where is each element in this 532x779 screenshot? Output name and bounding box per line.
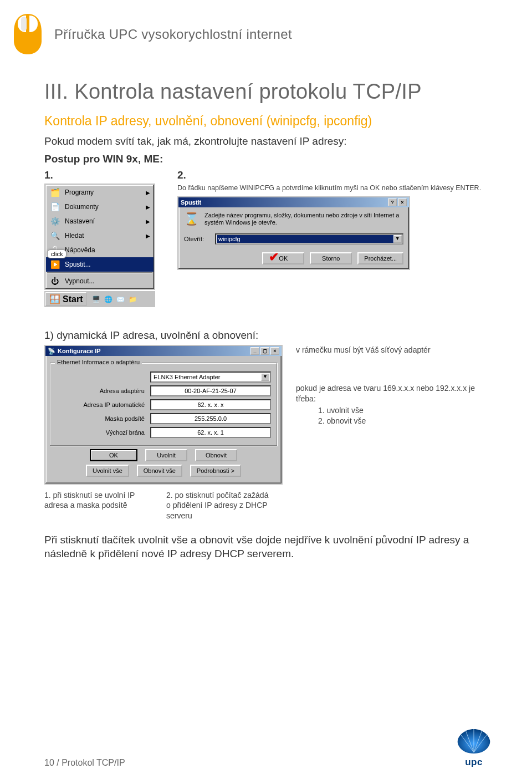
details-button[interactable]: Podrobnosti > <box>190 465 241 477</box>
start-menu-screenshot: 🗂️ Programy ▶ 📄 Dokumenty ▶ ⚙️ Nastavení… <box>44 184 155 307</box>
page-footer: 10 / Protokol TCP/IP <box>44 758 125 768</box>
run-description: Zadejte název programu, složky, dokument… <box>204 212 403 227</box>
note-adapter: v rámečku musí být Váš síťový adaptér <box>296 345 493 355</box>
label-mask: Maska podsítě <box>56 415 145 422</box>
close-button[interactable]: × <box>270 347 279 355</box>
adapter-input[interactable] <box>152 373 261 381</box>
mouse-icon <box>11 11 44 58</box>
menu-item-spustit[interactable]: ▶️ Spustit... <box>46 257 154 272</box>
guide-title: Příručka UPC vysokorychlostní internet <box>54 27 292 42</box>
note-step-1: 1. uvolnit vše <box>296 405 493 416</box>
run-dialog-icon: ⌛ <box>184 212 199 226</box>
ok-button[interactable]: OK <box>90 449 137 461</box>
value-mask: 255.255.0.0 <box>150 413 271 424</box>
ok-button[interactable]: ✔ OK <box>262 252 304 264</box>
intro-line-2: Postup pro WIN 9x, ME: <box>44 152 493 166</box>
menu-label: Hledat <box>65 232 84 240</box>
annotation-renew-all: 2. po stisknutí počítač zažádá o přiděle… <box>166 490 272 521</box>
ipconfig-icon: 📡 <box>48 348 55 355</box>
menu-label: Dokumenty <box>65 203 99 211</box>
menu-label: Programy <box>65 189 94 196</box>
taskbar: 🪟 Start 🖥️ 🌐 ✉️ 📁 <box>44 290 155 307</box>
menu-label: Vypnout... <box>65 277 95 285</box>
menu-label: Spustit... <box>65 261 91 268</box>
open-input[interactable] <box>217 235 393 243</box>
start-label: Start <box>63 294 83 304</box>
chevron-right-icon: ▶ <box>146 218 150 225</box>
menu-label: Nastavení <box>65 217 95 225</box>
quicklaunch-item[interactable]: 🖥️ <box>91 294 101 304</box>
ip-config-dialog: 📡 Konfigurace IP _ ▢ × Ethernet Informac… <box>44 345 283 485</box>
upc-logo: upc <box>454 727 493 768</box>
groupbox-title: Ethernet Informace o adaptéru <box>55 359 142 365</box>
value-ip: 62. x. x. x <box>150 399 271 410</box>
open-label: Otevřít: <box>184 236 209 242</box>
run-dialog: Spustit ? × ⌛ Zadejte název programu, sl… <box>177 196 410 271</box>
close-button[interactable]: × <box>398 198 407 206</box>
step-2-number: 2. <box>177 169 493 181</box>
intro-line-1: Pokud modem svítí tak, jak má, zkontrolu… <box>44 134 493 149</box>
summary-paragraph: Při stisknutí tlačítek uvolnit vše a obn… <box>44 533 493 561</box>
chevron-right-icon: ▶ <box>146 204 150 210</box>
dropdown-button[interactable]: ▼ <box>393 235 402 243</box>
value-gateway: 62. x. x. 1 <box>150 427 271 438</box>
subtitle: Kontrola IP adresy, uvolnění, obnovení (… <box>44 114 493 129</box>
menu-item-nastaveni[interactable]: ⚙️ Nastavení ▶ <box>46 214 154 228</box>
power-icon: ⏻ <box>49 276 60 287</box>
start-button[interactable]: 🪟 Start <box>45 292 86 306</box>
renew-all-button[interactable]: Obnovit vše <box>137 465 182 477</box>
menu-item-dokumenty[interactable]: 📄 Dokumenty ▶ <box>46 200 154 214</box>
dropdown-button[interactable]: ▼ <box>261 373 269 381</box>
run-instruction: Do řádku napíšeme WINIPCFG a potvrdíme k… <box>177 184 493 192</box>
label-mac: Adresa adaptéru <box>56 388 145 394</box>
settings-icon: ⚙️ <box>49 216 60 227</box>
programs-icon: 🗂️ <box>49 187 60 198</box>
search-icon: 🔍 <box>49 230 60 241</box>
dialog-title: Konfigurace IP <box>58 348 101 354</box>
maximize-button[interactable]: ▢ <box>260 347 269 355</box>
help-button[interactable]: ? <box>388 198 397 206</box>
release-all-button[interactable]: Uvolnit vše <box>86 465 129 477</box>
annotation-release-all: 1. při stisknutí se uvolní IP adresa a m… <box>44 490 150 521</box>
chevron-right-icon: ▶ <box>146 233 150 239</box>
value-mac: 00-20-AF-21-25-07 <box>150 385 271 396</box>
dialog-title: Spustit <box>181 199 201 206</box>
menu-item-napoveda[interactable]: ❔ Nápověda click <box>46 243 154 257</box>
minimize-button[interactable]: _ <box>250 347 259 355</box>
label-gateway: Výchozí brána <box>56 429 145 436</box>
note-step-2: 2. obnovit vše <box>296 416 493 426</box>
menu-item-hledat[interactable]: 🔍 Hledat ▶ <box>46 228 154 243</box>
open-combobox[interactable]: ▼ <box>215 233 403 245</box>
menu-label: Nápověda <box>65 246 95 254</box>
run-icon: ▶️ <box>49 259 60 270</box>
label-ip: Adresa IP automatické <box>56 401 145 408</box>
check-icon: ✔ <box>269 250 279 264</box>
win-logo-icon: 🪟 <box>49 294 60 304</box>
button-label: OK <box>279 255 288 262</box>
quicklaunch-item[interactable]: 🌐 <box>103 294 113 304</box>
upc-brand-text: upc <box>454 757 493 768</box>
page-title: III. Kontrola nastavení protokolu TCP/IP <box>44 80 493 104</box>
step-1-number: 1. <box>44 169 155 181</box>
chevron-right-icon: ▶ <box>146 190 150 196</box>
quicklaunch-item[interactable]: ✉️ <box>115 294 125 304</box>
menu-item-vypnout[interactable]: ⏻ Vypnout... <box>46 274 154 288</box>
documents-icon: 📄 <box>49 201 60 212</box>
click-label: click <box>47 250 66 258</box>
browse-button[interactable]: Procházet... <box>357 252 403 264</box>
note-bad-ip: pokud je adresa ve tvaru 169.x.x.x nebo … <box>296 383 493 426</box>
adapter-combobox[interactable]: ▼ <box>150 371 271 383</box>
renew-button[interactable]: Obnovit <box>195 449 237 461</box>
release-button[interactable]: Uvolnit <box>145 449 187 461</box>
section-heading-dynamic-ip: 1) dynamická IP adresa, uvolnění a obnov… <box>44 329 493 342</box>
svg-rect-2 <box>21 17 27 31</box>
note-bad-ip-text: pokud je adresa ve tvaru 169.x.x.x nebo … <box>296 384 475 403</box>
quicklaunch-item[interactable]: 📁 <box>127 294 137 304</box>
cancel-button[interactable]: Storno <box>310 252 352 264</box>
menu-item-programy[interactable]: 🗂️ Programy ▶ <box>46 185 154 200</box>
menu-divider <box>47 272 152 273</box>
